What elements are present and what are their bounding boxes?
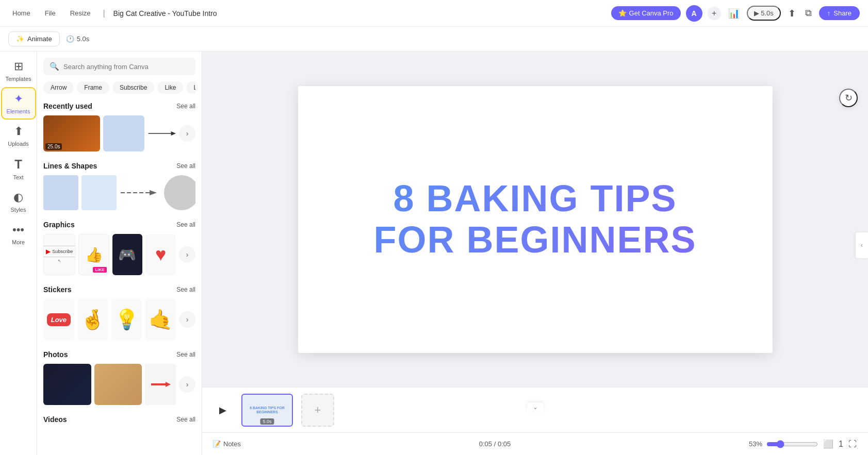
graphics-title: Graphics [43,221,75,229]
plus-button[interactable]: + [708,7,721,20]
cursor-icon: ↖ [58,259,61,263]
stickers-title: Stickers [43,285,71,294]
like-emoji: 👍 [85,246,103,263]
photos-more-btn[interactable]: › [179,376,195,393]
canvas-frame[interactable]: 8 BAKING TIPS FOR BEGINNERS [298,86,773,353]
stickers-header: Stickers See all [43,285,195,294]
chip-frame[interactable]: Frame [77,81,109,94]
page-number-button[interactable]: 1 [838,438,844,450]
duplicate-icon-button[interactable]: ⧉ [803,6,814,21]
timeline-heart-icon: ♥ [533,52,538,53]
sidebar-item-uploads[interactable]: ⬆ Uploads [2,121,35,151]
icon-sidebar: ⊞ Templates ✦ Elements ⬆ Uploads T Text … [0,52,37,455]
search-bar: 🔍 [43,58,195,75]
photo-dark[interactable] [43,364,91,405]
shape-line-container [120,188,161,198]
stickers-row: Love 🤞 💡 🤙 › [43,299,195,340]
sidebar-item-more[interactable]: ••• More [2,219,35,249]
play-button[interactable]: ▶ [212,400,233,420]
graphics-header: Graphics See all [43,221,195,229]
animate-button[interactable]: ✨ Animate [8,31,60,46]
fullscreen-button[interactable]: ⛶ [847,438,858,450]
sticker-thumb4[interactable]: 🤙 [145,299,176,340]
shape-circle[interactable] [164,175,195,210]
graphic-like[interactable]: 👍 LIKE [78,234,109,275]
recently-used-arrow[interactable] [148,123,176,144]
file-button[interactable]: File [41,7,60,19]
videos-section: Videos See all [43,415,195,424]
graphics-more-btn[interactable]: › [179,246,195,263]
love-text: Love [47,313,71,326]
recently-used-see-all[interactable]: See all [176,103,195,110]
stickers-more-btn[interactable]: › [179,311,195,328]
chip-subscribe[interactable]: Subscribe [112,81,154,94]
elements-icon: ✦ [14,92,23,106]
chip-arrow[interactable]: Arrow [43,81,74,94]
sidebar-item-elements[interactable]: ✦ Elements [2,88,35,119]
lines-shapes-see-all[interactable]: See all [176,162,195,170]
photo-arrow[interactable] [145,364,176,405]
shape-square1[interactable] [43,175,78,210]
play-duration-button[interactable]: ▶ 5.0s [747,6,781,21]
recently-used-more-btn[interactable]: › [179,125,195,142]
slide-duration-badge: 5.0s [260,418,274,425]
photos-header: Photos See all [43,350,195,359]
shape-square2[interactable] [81,175,117,210]
canva-pro-button[interactable]: ⭐ Get Canva Pro [611,6,681,20]
photos-see-all[interactable]: See all [176,351,195,358]
graphic-subscribe[interactable]: ▶ Subscribe ↖ [43,234,75,275]
resize-button[interactable]: Resize [66,7,95,19]
duration-button[interactable]: 🕐 5.0s [66,35,90,43]
heart-icon: ♥ [155,244,166,265]
uploads-icon: ⬆ [14,125,23,138]
shape-dashed-line[interactable] [120,188,161,198]
photos-row: › [43,364,195,405]
styles-icon: ◐ [13,191,23,204]
share-button[interactable]: ↑ Share [819,6,860,20]
stickers-see-all[interactable]: See all [176,286,195,293]
upload-icon-button[interactable]: ⬆ [786,6,798,21]
slide-1-thumb[interactable]: 8 BAKING TIPS FOR BEGINNERS 5.0s [241,394,293,427]
graphics-see-all[interactable]: See all [176,221,195,228]
avatar-button[interactable]: A [686,5,702,22]
recently-used-thumb-2[interactable] [103,115,144,151]
filter-chips: Arrow Frame Subscribe Like Line › [43,81,195,94]
add-slide-button[interactable]: + [301,394,334,427]
sticker-lamp[interactable]: 💡 [111,299,142,340]
recently-used-title: Recently used [43,102,92,110]
home-button[interactable]: Home [8,7,35,19]
refresh-button[interactable]: ↻ [839,89,858,107]
more-icon: ••• [12,223,24,237]
recently-used-header: Recently used See all [43,102,195,110]
graphic-heart[interactable]: ♥ [145,234,176,275]
svg-marker-1 [171,131,176,136]
recently-used-thumb-1[interactable]: 25.0s [43,115,100,151]
photo-paper[interactable] [94,364,142,405]
zoom-slider[interactable] [766,440,818,448]
lines-shapes-section: Lines & Shapes See all › [43,162,195,210]
canvas-content: 8 BAKING TIPS FOR BEGINNERS [373,178,696,260]
sidebar-item-templates[interactable]: ⊞ Templates [2,56,35,86]
chip-like[interactable]: Like [157,81,183,94]
graphics-section: Graphics See all ▶ Subscribe ↖ 👍 [43,221,195,275]
document-title: Big Cat Creative - YouTube Intro [113,9,217,18]
chip-line[interactable]: Line [186,81,195,94]
fit-page-button[interactable]: ⬜ [822,438,834,450]
graphic-dark[interactable]: 🎮 [112,234,143,275]
toggle-panel-btn[interactable]: ‹ [856,232,868,258]
sticker-hand[interactable]: 🤞 [77,299,108,340]
time-display: 0:05 / 0:05 [479,440,511,448]
videos-see-all[interactable]: See all [176,416,195,423]
like-label: LIKE [93,267,106,273]
photos-title: Photos [43,350,68,359]
clock-icon: 🕐 [66,35,74,43]
sidebar-item-styles[interactable]: ◐ Styles [2,187,35,217]
notes-button[interactable]: 📝 Notes [212,440,241,448]
sidebar-item-text[interactable]: T Text [2,153,35,184]
photos-section: Photos See all › [43,350,195,405]
share-icon: ↑ [827,9,831,17]
sticker-love[interactable]: Love [43,299,74,340]
analytics-button[interactable]: 📊 [726,6,742,21]
stickers-section: Stickers See all Love 🤞 💡 🤙 › [43,285,195,340]
search-input[interactable] [63,63,189,71]
